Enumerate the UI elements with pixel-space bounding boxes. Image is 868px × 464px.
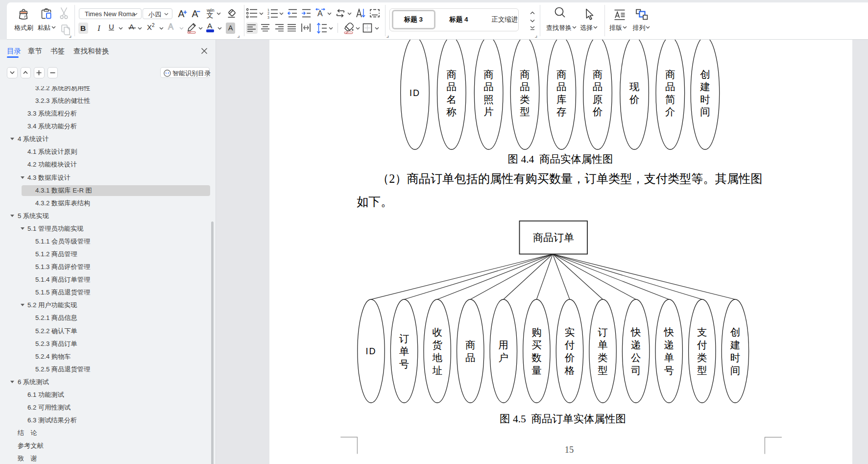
svg-text:A: A	[317, 9, 323, 18]
svg-text:2: 2	[267, 12, 269, 15]
svg-text:1: 1	[267, 8, 269, 12]
svg-text:3: 3	[267, 16, 269, 19]
